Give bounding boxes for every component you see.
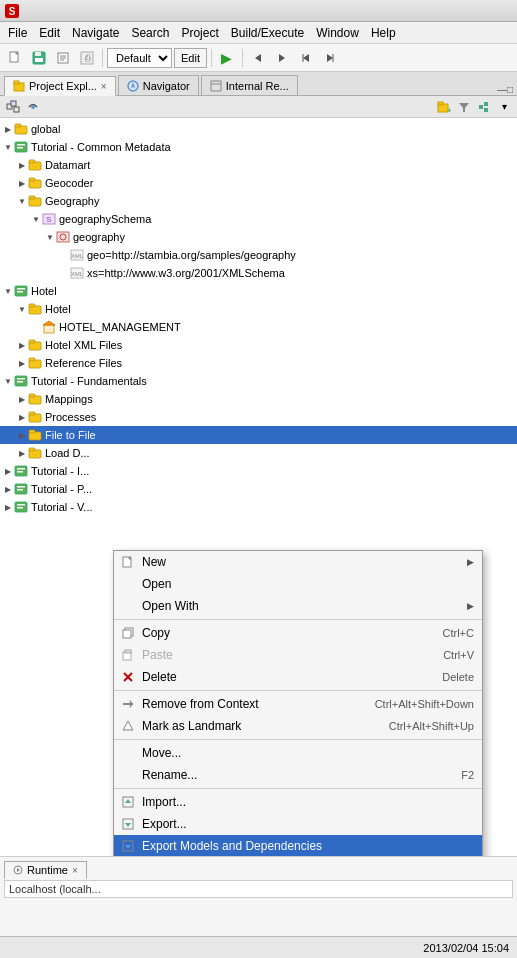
exp-more-btn[interactable]: ▾ bbox=[495, 98, 513, 116]
ctx-item-rename[interactable]: Rename...F2 bbox=[114, 764, 482, 786]
tree-item-hotel-folder[interactable]: Hotel bbox=[0, 300, 517, 318]
menu-help[interactable]: Help bbox=[365, 24, 402, 42]
ctx-item-export-models[interactable]: Export Models and Dependencies bbox=[114, 835, 482, 856]
svg-marker-100 bbox=[125, 823, 131, 827]
toolbar-run-btn[interactable]: ▶ bbox=[216, 47, 238, 69]
ctx-item-open-with[interactable]: Open With ▶ bbox=[114, 595, 482, 617]
tree-item-geo-url[interactable]: XMLgeo=http://stambia.org/samples/geogra… bbox=[0, 246, 517, 264]
ctx-item-import[interactable]: Import... bbox=[114, 791, 482, 813]
exp-filter-btn[interactable] bbox=[455, 98, 473, 116]
tree-item-geographySchema[interactable]: SgeographySchema bbox=[0, 210, 517, 228]
tree-arrow-load-d[interactable] bbox=[16, 447, 28, 459]
tree-arrow-hotel-xml[interactable] bbox=[16, 339, 28, 351]
tree-arrow-reference-files[interactable] bbox=[16, 357, 28, 369]
ctx-item-delete[interactable]: DeleteDelete bbox=[114, 666, 482, 688]
ctx-item-move[interactable]: Move... bbox=[114, 742, 482, 764]
tab-navigator[interactable]: Navigator bbox=[118, 75, 199, 95]
tab-internal-re[interactable]: Internal Re... bbox=[201, 75, 298, 95]
tree-arrow-tutorial-v[interactable] bbox=[2, 501, 14, 513]
panel-maximize-btn[interactable]: □ bbox=[507, 84, 513, 95]
exp-expand-btn[interactable] bbox=[475, 98, 493, 116]
ctx-shortcut-mark-landmark: Ctrl+Alt+Shift+Up bbox=[389, 720, 474, 732]
tree-arrow-tutorial-fund[interactable] bbox=[2, 375, 14, 387]
tree-icon-folder bbox=[28, 302, 42, 316]
tree-arrow-hotel-mgmt[interactable] bbox=[30, 321, 42, 333]
svg-rect-84 bbox=[17, 504, 25, 506]
tree-item-mappings[interactable]: Mappings bbox=[0, 390, 517, 408]
tree-arrow-geography[interactable] bbox=[16, 195, 28, 207]
ctx-item-remove-context[interactable]: Remove from ContextCtrl+Alt+Shift+Down bbox=[114, 693, 482, 715]
menu-window[interactable]: Window bbox=[310, 24, 365, 42]
exp-collapse-all-btn[interactable] bbox=[4, 98, 22, 116]
tab-project-explorer-close[interactable]: × bbox=[101, 81, 107, 92]
tree-arrow-file-to-file[interactable] bbox=[16, 429, 28, 441]
exp-new-folder-btn[interactable]: + bbox=[435, 98, 453, 116]
tree-arrow-xs-url[interactable] bbox=[58, 267, 70, 279]
ctx-item-open[interactable]: Open bbox=[114, 573, 482, 595]
tree-item-file-to-file[interactable]: File to File bbox=[0, 426, 517, 444]
menu-search[interactable]: Search bbox=[125, 24, 175, 42]
tree-item-load-d[interactable]: Load D... bbox=[0, 444, 517, 462]
tree-arrow-geo-url[interactable] bbox=[58, 249, 70, 261]
menu-build-execute[interactable]: Build/Execute bbox=[225, 24, 310, 42]
tree-item-tutorial-v[interactable]: Tutorial - V... bbox=[0, 498, 517, 516]
exp-link-editor-btn[interactable] bbox=[24, 98, 42, 116]
tree-item-hotel-mgmt[interactable]: HOTEL_MANAGEMENT bbox=[0, 318, 517, 336]
toolbar-new-btn[interactable] bbox=[4, 47, 26, 69]
toolbar-btn-nav2[interactable] bbox=[319, 47, 341, 69]
tree-item-hotel-root[interactable]: Hotel bbox=[0, 282, 517, 300]
toolbar-forward-btn[interactable] bbox=[271, 47, 293, 69]
menu-project[interactable]: Project bbox=[175, 24, 224, 42]
tree-item-processes[interactable]: Processes bbox=[0, 408, 517, 426]
ctx-arrow-new: ▶ bbox=[467, 557, 474, 567]
tree-item-geography-item[interactable]: geography bbox=[0, 228, 517, 246]
tree-arrow-geocoder[interactable] bbox=[16, 177, 28, 189]
tree-item-geography[interactable]: Geography bbox=[0, 192, 517, 210]
tree-item-xs-url[interactable]: XMLxs=http://www.w3.org/2001/XMLSchema bbox=[0, 264, 517, 282]
svg-rect-39 bbox=[17, 144, 25, 146]
svg-rect-26 bbox=[11, 101, 16, 106]
tree-item-tutorial-common[interactable]: Tutorial - Common Metadata bbox=[0, 138, 517, 156]
menu-file[interactable]: File bbox=[2, 24, 33, 42]
toolbar-profile-dropdown[interactable]: Default bbox=[107, 48, 172, 68]
menu-navigate[interactable]: Navigate bbox=[66, 24, 125, 42]
tree-arrow-mappings[interactable] bbox=[16, 393, 28, 405]
tree-arrow-datamart[interactable] bbox=[16, 159, 28, 171]
toolbar-save-btn[interactable] bbox=[28, 47, 50, 69]
toolbar-btn4[interactable]: ⎙ bbox=[76, 47, 98, 69]
tree-arrow-processes[interactable] bbox=[16, 411, 28, 423]
tree-arrow-tutorial-i[interactable] bbox=[2, 465, 14, 477]
tree-item-tutorial-fund[interactable]: Tutorial - Fundamentals bbox=[0, 372, 517, 390]
toolbar-btn3[interactable] bbox=[52, 47, 74, 69]
tree-arrow-hotel-folder[interactable] bbox=[16, 303, 28, 315]
tree-arrow-tutorial-p[interactable] bbox=[2, 483, 14, 495]
tree-item-datamart[interactable]: Datamart bbox=[0, 156, 517, 174]
tree-arrow-tutorial-common[interactable] bbox=[2, 141, 14, 153]
ctx-item-new[interactable]: New ▶ bbox=[114, 551, 482, 573]
svg-rect-57 bbox=[17, 291, 23, 293]
tree-item-tutorial-p[interactable]: Tutorial - P... bbox=[0, 480, 517, 498]
ctx-item-export[interactable]: Export... bbox=[114, 813, 482, 835]
ctx-separator bbox=[114, 739, 482, 740]
ctx-item-mark-landmark[interactable]: Mark as LandmarkCtrl+Alt+Shift+Up bbox=[114, 715, 482, 737]
toolbar-edit-btn[interactable]: Edit bbox=[174, 48, 207, 68]
panel-minimize-btn[interactable]: — bbox=[497, 84, 507, 95]
tree-item-tutorial-i[interactable]: Tutorial - I... bbox=[0, 462, 517, 480]
toolbar-btn-nav1[interactable] bbox=[295, 47, 317, 69]
toolbar-back-btn[interactable] bbox=[247, 47, 269, 69]
tree-item-geocoder[interactable]: Geocoder bbox=[0, 174, 517, 192]
svg-rect-76 bbox=[29, 448, 35, 451]
runtime-tab[interactable]: Runtime × bbox=[4, 861, 87, 879]
tree-arrow-geography-item[interactable] bbox=[44, 231, 56, 243]
runtime-tab-close[interactable]: × bbox=[72, 865, 78, 876]
tab-project-explorer[interactable]: Project Expl... × bbox=[4, 76, 116, 96]
tree-arrow-hotel-root[interactable] bbox=[2, 285, 14, 297]
tree-icon-folder bbox=[28, 428, 42, 442]
tree-item-hotel-xml[interactable]: Hotel XML Files bbox=[0, 336, 517, 354]
tree-item-global[interactable]: global bbox=[0, 120, 517, 138]
tree-arrow-geographySchema[interactable] bbox=[30, 213, 42, 225]
menu-edit[interactable]: Edit bbox=[33, 24, 66, 42]
tree-item-reference-files[interactable]: Reference Files bbox=[0, 354, 517, 372]
ctx-item-copy[interactable]: CopyCtrl+C bbox=[114, 622, 482, 644]
tree-arrow-global[interactable] bbox=[2, 123, 14, 135]
